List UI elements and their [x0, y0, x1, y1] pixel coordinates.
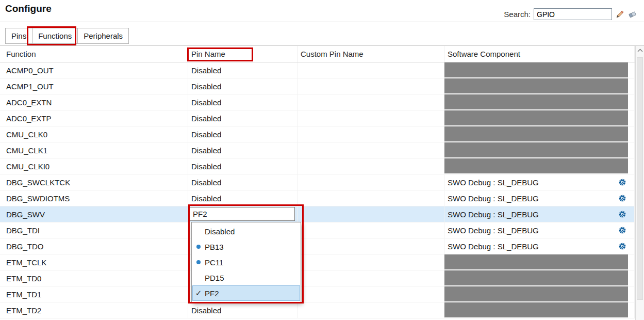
custom-pin-cell[interactable]	[298, 158, 444, 174]
tab-peripherals[interactable]: Peripherals	[77, 28, 129, 44]
function-cell: DBG_TDO	[0, 238, 188, 254]
pin-combo[interactable]: PF2	[189, 207, 295, 221]
table-row[interactable]: ETM_TCLK	[0, 254, 635, 270]
component-cell	[444, 286, 635, 302]
vertical-scrollbar[interactable]	[635, 46, 644, 320]
table-row[interactable]: ADC0_EXTN Disabled	[0, 94, 635, 110]
function-cell: DBG_SWDIOTMS	[0, 190, 188, 206]
table-row[interactable]: ADC0_EXTP Disabled	[0, 110, 635, 126]
custom-pin-cell[interactable]	[298, 174, 444, 190]
component-cell	[444, 302, 635, 318]
custom-pin-cell[interactable]	[298, 94, 444, 110]
dropdown-option[interactable]: Disabled	[192, 223, 300, 239]
table-row[interactable]: DBG_SWV PF2 SWO Debug : SL_DEBUG	[0, 206, 635, 222]
table-row[interactable]: DBG_TDI SWO Debug : SL_DEBUG	[0, 222, 635, 238]
pin-cell[interactable]: Disabled	[188, 78, 298, 94]
gear-icon[interactable]	[619, 211, 626, 218]
custom-pin-cell[interactable]	[298, 62, 444, 78]
pin-value: Disabled	[191, 306, 221, 315]
component-label: SWO Debug : SL_DEBUG	[448, 178, 539, 187]
table-row[interactable]: CMU_CLK0 Disabled	[0, 126, 635, 142]
column-header-function[interactable]: Function	[0, 46, 188, 62]
dropdown-option[interactable]: PB13	[192, 239, 300, 254]
table-row[interactable]: ACMP0_OUT Disabled	[0, 62, 635, 78]
table-row[interactable]: DBG_SWDIOTMS Disabled SWO Debug : SL_DEB…	[0, 190, 635, 206]
functions-table: Function Pin Name Custom Pin Name Softwa…	[0, 46, 635, 318]
pin-value: Disabled	[191, 178, 221, 187]
scrollbar-thumb[interactable]	[637, 57, 643, 300]
component-gray-block	[444, 62, 628, 77]
component-cell	[444, 270, 635, 286]
pin-cell[interactable]: Disabled	[188, 62, 298, 78]
pin-value: Disabled	[191, 146, 221, 155]
component-gray-block	[444, 142, 628, 157]
custom-pin-cell[interactable]	[298, 238, 444, 254]
component-gray-block	[444, 286, 628, 301]
custom-pin-cell[interactable]	[298, 254, 444, 270]
component-gray-block	[444, 302, 628, 317]
custom-pin-cell[interactable]	[298, 142, 444, 158]
gear-icon[interactable]	[619, 179, 626, 186]
custom-pin-cell[interactable]	[298, 286, 444, 302]
gear-icon[interactable]	[619, 195, 626, 202]
tab-label: Peripherals	[84, 31, 123, 40]
function-cell: CMU_CLKI0	[0, 158, 188, 174]
custom-pin-cell[interactable]	[298, 110, 444, 126]
table-row[interactable]: CMU_CLKI0 Disabled	[0, 158, 635, 174]
table-row[interactable]: ETM_TD0	[0, 270, 635, 286]
pin-cell[interactable]: Disabled	[188, 174, 298, 190]
pin-value: Disabled	[191, 114, 221, 123]
highlight-pen-icon[interactable]	[615, 10, 624, 19]
gear-icon[interactable]	[619, 227, 626, 234]
component-cell: SWO Debug : SL_DEBUG	[444, 222, 635, 238]
custom-pin-cell[interactable]	[298, 206, 444, 222]
table-row[interactable]: CMU_CLK1 Disabled	[0, 142, 635, 158]
pin-cell[interactable]: Disabled	[188, 158, 298, 174]
pin-cell[interactable]: Disabled	[188, 126, 298, 142]
column-header-pin-name[interactable]: Pin Name	[188, 46, 298, 62]
option-marker	[192, 245, 205, 249]
dropdown-option[interactable]: PC11	[192, 254, 300, 270]
custom-pin-cell[interactable]	[298, 126, 444, 142]
pin-cell[interactable]: Disabled	[188, 190, 298, 206]
table-row[interactable]: ETM_TD1	[0, 286, 635, 302]
table-row[interactable]: DBG_SWCLKTCK Disabled SWO Debug : SL_DEB…	[0, 174, 635, 190]
component-cell	[444, 158, 635, 174]
pin-dropdown: Disabled PB13 PC11 PD15 ✓ PF2	[191, 222, 301, 302]
scroll-up-arrow-icon[interactable]	[636, 49, 644, 52]
tab-pins[interactable]: Pins	[5, 28, 32, 44]
tab-functions[interactable]: Functions	[32, 28, 78, 44]
function-cell: CMU_CLK1	[0, 142, 188, 158]
dropdown-option[interactable]: ✓ PF2	[192, 285, 300, 301]
component-gray-block	[444, 126, 628, 141]
custom-pin-cell[interactable]	[298, 222, 444, 238]
pin-cell[interactable]: Disabled	[188, 110, 298, 126]
function-cell: ETM_TD0	[0, 270, 188, 286]
table-row[interactable]: ETM_TD2 Disabled	[0, 302, 635, 318]
eraser-icon[interactable]	[628, 10, 637, 19]
table-row[interactable]: DBG_TDO SWO Debug : SL_DEBUG	[0, 238, 635, 254]
pin-cell[interactable]: Disabled	[188, 142, 298, 158]
component-content: SWO Debug : SL_DEBUG	[444, 210, 634, 219]
custom-pin-cell[interactable]	[298, 78, 444, 94]
pin-cell[interactable]: PF2	[188, 206, 298, 222]
pin-value: Disabled	[191, 130, 221, 139]
pin-cell[interactable]: Disabled	[188, 94, 298, 110]
column-header-custom-pin-name[interactable]: Custom Pin Name	[298, 46, 444, 62]
component-gray-block	[444, 270, 628, 285]
option-label: Disabled	[205, 227, 235, 236]
table-body: ACMP0_OUT Disabled ACMP1_OUT Disabled AD…	[0, 62, 635, 318]
search-input[interactable]	[534, 8, 612, 20]
pin-cell[interactable]: Disabled	[188, 302, 298, 318]
component-cell: SWO Debug : SL_DEBUG	[444, 190, 635, 206]
custom-pin-cell[interactable]	[298, 302, 444, 318]
option-label: PC11	[205, 258, 223, 267]
custom-pin-cell[interactable]	[298, 270, 444, 286]
column-header-software-component[interactable]: Software Component	[444, 46, 635, 62]
table-row[interactable]: ACMP1_OUT Disabled	[0, 78, 635, 94]
function-cell: DBG_TDI	[0, 222, 188, 238]
component-label: SWO Debug : SL_DEBUG	[448, 210, 539, 219]
custom-pin-cell[interactable]	[298, 190, 444, 206]
dropdown-option[interactable]: PD15	[192, 270, 300, 285]
gear-icon[interactable]	[619, 243, 626, 250]
